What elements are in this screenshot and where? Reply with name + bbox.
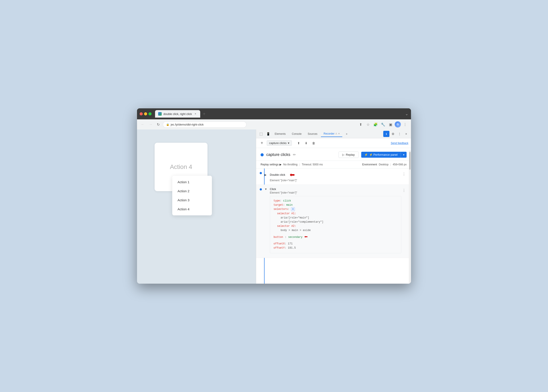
code-offsety-val: 191.5 — [288, 246, 296, 250]
share-icon[interactable]: ⬆ — [357, 121, 364, 128]
browser-window: double click, right click × + ⌄ ← → ↻ 🔒 … — [137, 108, 411, 284]
settings-details: No throttling | Timeout: 5000 ms — [283, 163, 323, 166]
tab-bar: double click, right click × + — [155, 110, 403, 118]
vertical-scrollbar[interactable] — [409, 151, 411, 284]
code-selector2-label: selector #2: — [277, 225, 296, 228]
card-main-text: Action 4 — [170, 163, 192, 170]
code-selector2-v1: body > main > aside — [281, 229, 311, 232]
close-devtools-icon[interactable]: × — [403, 131, 409, 137]
forward-button[interactable]: → — [148, 122, 154, 127]
step-double-click[interactable]: ▶ Double click ⬅ Element "[role="main"]"… — [256, 168, 411, 185]
title-bar: double click, right click × + ⌄ — [137, 108, 411, 119]
send-feedback-link[interactable]: Send feedback — [391, 142, 408, 145]
step2-title: Click — [270, 187, 276, 191]
extension-icon[interactable]: 🔧 — [380, 121, 386, 128]
red-arrow-2: ⬅ — [304, 233, 308, 242]
step2-dot — [260, 188, 262, 190]
add-recording-button[interactable]: + — [259, 140, 265, 146]
menu-item-3[interactable]: Action 3 — [172, 196, 212, 205]
url-bar[interactable]: 🔒 jec.fyi/demo/dbl-right-click — [163, 121, 246, 128]
code-button-key: button — [274, 235, 283, 239]
code-block: type: click target: main selectors: R se… — [270, 196, 401, 253]
step2-timeline — [260, 187, 262, 190]
step1-expand-icon[interactable]: ▶ — [265, 173, 268, 176]
tab-console[interactable]: Console — [289, 131, 304, 137]
tab-recorder[interactable]: Recorder ⚠ × — [321, 131, 342, 137]
recorder-actions: ⬆ ⬇ 🗑 — [295, 140, 317, 146]
recorder-header: capture clicks ✏ ▷ Replay ⚡ ⚡ Performanc… — [256, 148, 411, 161]
tab-elements[interactable]: Elements — [272, 131, 288, 137]
code-selector1-v2: aria/[role="complementary"] — [281, 220, 323, 224]
device-toolbar-icon[interactable]: 📱 — [265, 131, 271, 137]
step1-menu-icon[interactable]: ⋮ — [401, 171, 407, 177]
performance-panel-button[interactable]: ⚡ ⚡ Performance panel — [361, 152, 401, 158]
settings-gear-icon[interactable]: ⚙ — [390, 131, 396, 137]
close-traffic-light[interactable] — [140, 112, 143, 115]
replay-settings-title[interactable]: Replay settings ▶ — [260, 163, 281, 166]
recorder-toolbar: + capture clicks ▾ ⬆ ⬇ 🗑 Send feedback — [256, 138, 411, 148]
menu-item-4[interactable]: Action 4 — [172, 205, 212, 214]
code-selector1-label: selector #1: — [277, 212, 296, 215]
reload-button[interactable]: ↻ — [155, 122, 161, 127]
code-offsetx-val: 171 — [288, 242, 293, 245]
scrollbar-thumb[interactable] — [409, 152, 411, 170]
bookmark-icon[interactable]: ☆ — [365, 121, 371, 128]
dropdown-menu: Action 1 Action 2 Action 3 Action 4 — [172, 176, 212, 215]
tab-favicon — [158, 112, 162, 116]
menu-item-1[interactable]: Action 1 — [172, 177, 212, 187]
delete-button[interactable]: 🗑 — [310, 140, 317, 146]
active-tab[interactable]: double click, right click × — [155, 110, 200, 118]
address-bar: ← → ↻ 🔒 jec.fyi/demo/dbl-right-click ⬆ ☆… — [137, 119, 411, 129]
export-button[interactable]: ⬆ — [295, 140, 302, 146]
code-type-key: type — [274, 199, 280, 202]
step2-title-row: ▼ Click — [265, 187, 401, 191]
step2-menu-icon[interactable]: ⋮ — [401, 187, 407, 193]
lock-icon: 🔒 — [166, 123, 169, 126]
traffic-lights — [140, 112, 152, 115]
perf-label: ⚡ Performance panel — [369, 153, 398, 156]
edit-recording-icon[interactable]: ✏ — [293, 153, 296, 157]
code-offsety-key: offsetY — [274, 246, 285, 250]
menu-item-2[interactable]: Action 2 — [172, 187, 212, 196]
selectors-icon: R — [291, 207, 295, 211]
minimize-traffic-light[interactable] — [144, 112, 147, 115]
settings-expand-icon: ▶ — [280, 163, 281, 166]
step2-expand-icon[interactable]: ▼ — [265, 188, 268, 191]
extension-puzzle-icon[interactable]: 🧩 — [372, 121, 379, 128]
tab-close-button[interactable]: × — [194, 112, 197, 116]
tab-more[interactable]: » — [343, 131, 350, 137]
maximize-traffic-light[interactable] — [148, 112, 152, 115]
new-tab-button[interactable]: + — [201, 112, 207, 117]
code-target-key: target — [274, 203, 283, 207]
more-devtools-icon[interactable]: ⋮ — [396, 131, 403, 137]
avatar[interactable]: G — [395, 121, 401, 127]
inspect-element-icon[interactable]: ⬚ — [258, 131, 264, 137]
tab-sources[interactable]: Sources — [305, 131, 320, 137]
step-click[interactable]: ▼ Click Element "[role="main"]" type: cl… — [256, 185, 411, 258]
perf-panel-dropdown-button[interactable]: ▾ — [401, 152, 407, 158]
recording-status-dot — [260, 153, 264, 156]
window-chevron[interactable]: ⌄ — [405, 112, 408, 116]
main-content: Action 4 Action 1 Action 2 Action 3 Acti… — [137, 129, 411, 284]
no-throttling-text: No throttling — [283, 163, 298, 166]
back-button[interactable]: ← — [140, 122, 146, 127]
recorder-tab-close[interactable]: × — [338, 132, 340, 135]
recorder-main: capture clicks ✏ ▷ Replay ⚡ ⚡ Performanc… — [256, 148, 411, 284]
env-label: Environment — [362, 163, 377, 166]
perf-panel-group: ⚡ ⚡ Performance panel ▾ — [361, 152, 407, 158]
recorder-warning-icon: ⚠ — [335, 132, 337, 135]
step1-title-row: ▶ Double click ⬅ — [265, 171, 401, 178]
env-details: Desktop | 458×566 px — [379, 163, 407, 166]
replay-settings-bar: Replay settings ▶ No throttling | Timeou… — [256, 161, 411, 168]
more-options-icon[interactable]: ⋮ — [402, 121, 408, 128]
replay-button[interactable]: ▷ Replay — [338, 152, 358, 158]
dropdown-chevron-icon: ▾ — [288, 141, 289, 145]
steps-area: ▶ Double click ⬅ Element "[role="main"]"… — [256, 168, 411, 284]
import-button[interactable]: ⬇ — [303, 140, 309, 146]
sidebar-icon[interactable]: ▣ — [387, 121, 394, 128]
recording-name-select[interactable]: capture clicks ▾ — [267, 140, 292, 146]
url-text: jec.fyi/demo/dbl-right-click — [171, 123, 204, 126]
code-button-val: secondary — [288, 235, 302, 239]
badge-count[interactable]: 1 — [383, 131, 389, 137]
perf-icon: ⚡ — [364, 153, 368, 156]
